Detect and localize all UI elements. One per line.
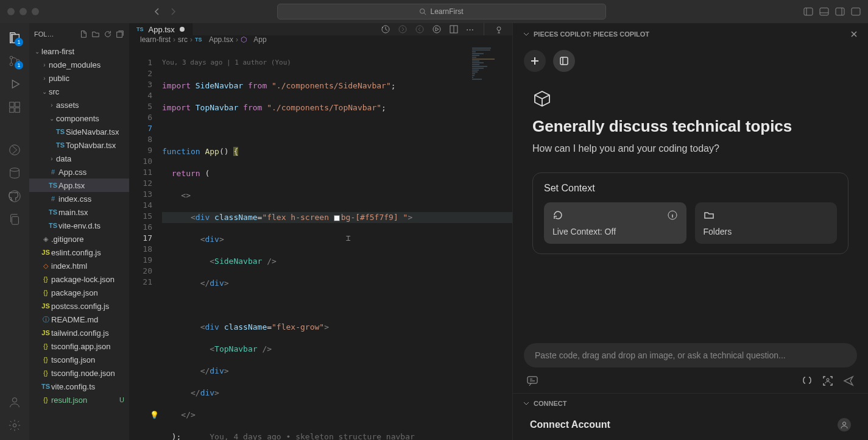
settings-icon[interactable] xyxy=(5,416,24,435)
file-index-css[interactable]: #index.css xyxy=(29,192,129,205)
copy-icon[interactable] xyxy=(5,210,24,229)
gitlens-inline-blame: You, 4 days ago • skeleton structure nav… xyxy=(210,432,415,440)
pieces-activity-icon[interactable] xyxy=(5,140,24,160)
code-brackets-icon[interactable] xyxy=(801,375,813,387)
file-postcss[interactable]: JSpostcss.config.js xyxy=(29,299,129,313)
close-panel-icon[interactable] xyxy=(850,30,858,38)
file-app-tsx[interactable]: TSApp.tsx xyxy=(29,179,129,192)
pieces-tab-icon[interactable] xyxy=(494,24,504,34)
panel-right-icon[interactable] xyxy=(835,7,845,16)
account-icon[interactable] xyxy=(5,392,24,412)
chat-icon[interactable] xyxy=(526,375,538,387)
file-tsc-app[interactable]: {}tsconfig.app.json xyxy=(29,339,129,353)
pieces-toolbar xyxy=(513,45,868,83)
close-window[interactable] xyxy=(7,8,15,15)
send-icon[interactable] xyxy=(842,375,855,387)
file-readme[interactable]: ⓘREADME.md xyxy=(29,313,129,326)
connect-section-header[interactable]: CONNECT xyxy=(513,393,868,413)
context-title: Set Context xyxy=(544,183,837,194)
panel-layout-button[interactable] xyxy=(553,50,575,72)
back-icon[interactable] xyxy=(152,7,162,16)
file-vite-config[interactable]: TSvite.config.ts xyxy=(29,380,129,393)
connect-account-row[interactable]: Connect Account xyxy=(513,413,868,440)
svg-rect-10 xyxy=(10,108,14,112)
context-box: Set Context Live Context: Off xyxy=(532,172,849,254)
debug-icon[interactable] xyxy=(5,74,24,94)
forward-icon[interactable] xyxy=(168,7,178,16)
svg-rect-27 xyxy=(528,377,537,383)
folder-src[interactable]: ⌄src xyxy=(29,85,129,98)
traffic-lights xyxy=(7,8,39,15)
nav-arrows xyxy=(152,7,178,16)
file-gitignore[interactable]: ◈.gitignore xyxy=(29,232,129,246)
breadcrumb[interactable]: learn-first› src› TS App.tsx› ⬡ App xyxy=(129,35,512,44)
file-app-css[interactable]: #App.css xyxy=(29,165,129,179)
code-content[interactable]: You, 3 days ago | 1 author (You) import … xyxy=(162,44,512,440)
titlebar: LearnFirst xyxy=(0,0,868,23)
context-folders-card[interactable]: Folders xyxy=(695,202,838,244)
file-index-html[interactable]: ◇index.html xyxy=(29,259,129,272)
svg-rect-11 xyxy=(15,108,19,112)
svg-point-13 xyxy=(10,168,19,172)
svg-point-0 xyxy=(420,9,425,14)
folder-components[interactable]: ⌄components xyxy=(29,112,129,125)
scm-icon[interactable]: 1 xyxy=(5,51,24,71)
collapse-all-icon[interactable] xyxy=(116,30,124,38)
file-eslint[interactable]: JSeslint.config.js xyxy=(29,246,129,259)
file-result[interactable]: {}result.jsonU xyxy=(29,393,129,406)
diff-prev-icon[interactable] xyxy=(398,24,408,34)
folder-root[interactable]: ⌄learn-first xyxy=(29,44,129,58)
history-icon[interactable] xyxy=(381,24,390,34)
pieces-body: Generally discuss technical topics How c… xyxy=(513,83,868,335)
chevron-down-icon[interactable] xyxy=(523,30,530,38)
file-main-tsx[interactable]: TSmain.tsx xyxy=(29,205,129,219)
connect-account-label: Connect Account xyxy=(530,419,610,430)
run-icon[interactable] xyxy=(432,24,442,34)
folder-data[interactable]: ›data xyxy=(29,152,129,165)
tab-app-tsx[interactable]: TS App.tsx xyxy=(129,23,192,35)
file-topnavbar[interactable]: TSTopNavbar.tsx xyxy=(29,138,129,152)
layout-controls xyxy=(803,7,861,16)
extensions-icon[interactable] xyxy=(5,98,24,117)
lightbulb-icon[interactable]: 💡 xyxy=(150,410,159,420)
command-center[interactable]: LearnFirst xyxy=(277,4,606,20)
file-sidenavbar[interactable]: TSSideNavbar.tsx xyxy=(29,125,129,138)
file-tsc[interactable]: {}tsconfig.json xyxy=(29,353,129,366)
context-live-card[interactable]: Live Context: Off xyxy=(544,202,686,244)
file-pkg-lock[interactable]: {}package-lock.json xyxy=(29,272,129,286)
new-chat-button[interactable] xyxy=(524,50,546,72)
folder-assets[interactable]: ›assets xyxy=(29,98,129,112)
code-editor[interactable]: 123456789101112131415161718192021 You, 3… xyxy=(129,44,512,440)
context-live-label: Live Context: Off xyxy=(552,227,678,236)
file-pkg[interactable]: {}package.json xyxy=(29,286,129,299)
explorer-icon[interactable]: 1 xyxy=(5,28,24,48)
panel-left-icon[interactable] xyxy=(803,7,813,16)
svg-point-6 xyxy=(10,63,13,66)
new-folder-icon[interactable] xyxy=(91,30,100,38)
github-icon[interactable] xyxy=(5,186,24,206)
svg-rect-4 xyxy=(852,8,860,15)
file-vite-env[interactable]: TSvite-env.d.ts xyxy=(29,219,129,232)
file-tailwind[interactable]: JStailwind.config.js xyxy=(29,326,129,339)
scan-icon[interactable] xyxy=(822,375,834,387)
refresh-icon[interactable] xyxy=(104,30,112,38)
minimap[interactable] xyxy=(470,44,512,440)
diff-next-icon[interactable] xyxy=(415,24,425,34)
minimize-window[interactable] xyxy=(19,8,27,15)
maximize-window[interactable] xyxy=(32,8,39,15)
new-file-icon[interactable] xyxy=(79,30,88,38)
database-icon[interactable] xyxy=(5,163,24,183)
layout-icon[interactable] xyxy=(851,7,861,16)
folder-node-modules[interactable]: ›node_modules xyxy=(29,58,129,71)
more-icon[interactable]: ⋯ xyxy=(466,25,474,34)
svg-rect-8 xyxy=(10,102,14,107)
file-tsc-node[interactable]: {}tsconfig.node.json xyxy=(29,366,129,380)
line-gutter: 123456789101112131415161718192021 xyxy=(129,44,162,440)
file-tree: ⌄learn-first ›node_modules ›public ⌄src … xyxy=(29,44,129,440)
panel-bottom-icon[interactable] xyxy=(819,7,829,16)
split-icon[interactable] xyxy=(449,24,459,34)
text-cursor-icon: ⌶ xyxy=(346,233,351,244)
explorer-header-label: FOL… xyxy=(34,30,54,38)
chat-input[interactable]: Paste code, drag and drop an image, or a… xyxy=(524,343,857,367)
folder-public[interactable]: ›public xyxy=(29,71,129,85)
